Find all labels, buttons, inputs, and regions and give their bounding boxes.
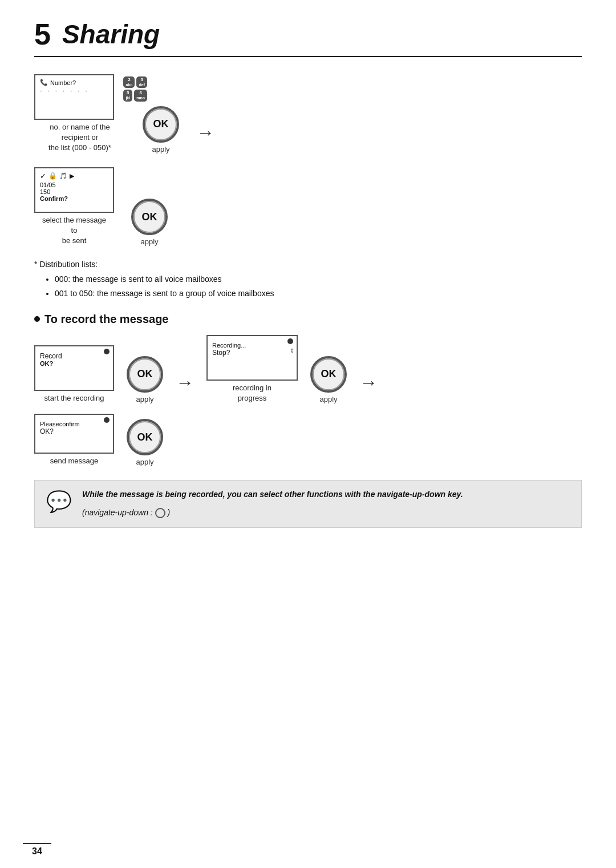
step1-ok: OK apply [143,106,179,154]
record-caption1: start the recording [44,393,104,403]
lock-icon: 🔒 [48,172,57,180]
step1-ok-circle: OK [143,106,179,143]
keypad-2abc: 2abc [123,76,135,88]
note-text: While the message is being recorded, you… [82,490,463,518]
record-screen5: Pleaseconfirm OK? [34,414,114,454]
step2-number: 150 [40,188,108,195]
record-caption3: recording in progress [218,383,286,403]
distribution-item-0: 000: the message is sent to all voice ma… [55,272,582,286]
record-ok2: OK apply [310,356,347,403]
step1-row: 📞 Number? · · · · · · · 2abc 3def 5jkl [34,74,582,154]
page-footer-number: 34 [32,846,42,856]
up-down-icon: ⇕ [290,348,294,354]
record-ok-label-text1: apply [136,395,153,403]
step2-ok: OK apply [131,199,168,246]
record-ok-text5: OK? [40,427,108,435]
step2-ok-circle: OK [131,199,168,235]
record-indicator1 [104,349,110,354]
record-arrow2: → [359,372,378,393]
step1-section: 📞 Number? · · · · · · · 2abc 3def 5jkl [34,74,582,154]
record-ok-label-text2: apply [319,395,337,403]
record-label5: Pleaseconfirm [40,421,108,427]
record-ok1: OK apply [127,356,163,403]
record-indicator3 [287,338,293,344]
arrow-right-icon: ▶ [70,172,74,180]
step2-row: ✓ 🔒 🎵 ▶ 01/05 150 Confirm? select the me… [34,167,582,247]
note-speech-icon: 💬 [46,490,72,514]
step1-dots: · · · · · · · [40,86,108,95]
page-title: Sharing [62,19,160,50]
check-icon: ✓ [40,172,46,180]
record-caption5: send message [50,456,99,466]
step2-icon-row: ✓ 🔒 🎵 ▶ [40,172,108,180]
step1-arrow: → [196,122,214,143]
note-bold-text: While the message is being recorded, you… [82,490,463,499]
record-step1: Record OK? start the recording [34,345,114,403]
record-section: To record the message Record OK? start t… [34,313,582,467]
step1-caption: no. or name of the recipient or the list… [46,122,114,154]
record-steps-row1: Record OK? start the recording OK apply … [34,335,582,403]
step1-number-label: Number? [50,79,76,86]
record-arrow1: → [176,372,194,393]
page-footer: 34 [23,843,51,857]
record-screen1: Record OK? [34,345,114,391]
record-indicator5 [104,417,110,423]
keypad-6mno: 6mno [134,90,147,101]
step2-confirm-label: Confirm? [40,195,108,202]
navigate-label: navigate-up-down : [85,508,155,517]
nav-circle-icon [155,508,165,518]
page-header: 5 Sharing [34,17,582,57]
distribution-title: * Distribution lists: [34,260,582,269]
note-formula: (navigate-up-down : ) [82,508,170,517]
record-steps-row2: Pleaseconfirm OK? send message OK apply [34,414,582,466]
record-stop-label: Stop? [212,349,292,357]
step1-screen: 📞 Number? · · · · · · · [34,74,114,120]
record-label3: Recording... [212,342,292,349]
record-ok-label-text3: apply [136,458,153,466]
record-label1: Record [40,352,108,360]
phone-icon: 📞 [40,79,48,86]
record-screen3: Recording... Stop? ⇕ [206,335,298,381]
record-step3: Recording... Stop? ⇕ recording in progre… [206,335,298,403]
step1-screen-item: 📞 Number? · · · · · · · 2abc 3def 5jkl [34,74,125,154]
record-ok-circle2: OK [310,356,347,393]
record-step5: Pleaseconfirm OK? send message [34,414,114,466]
step2-screen: ✓ 🔒 🎵 ▶ 01/05 150 Confirm? [34,167,114,213]
keypad-5jkl: 5jkl [123,90,132,101]
distribution-list: 000: the message is sent to all voice ma… [34,272,582,301]
record-ok3: OK apply [127,419,163,466]
step1-ok-label: apply [152,145,169,154]
record-section-title: To record the message [34,313,582,326]
step2-screen-item: ✓ 🔒 🎵 ▶ 01/05 150 Confirm? select the me… [34,167,114,247]
page-number: 5 [34,17,51,51]
record-ok-label1: OK? [40,360,108,367]
distribution-section: * Distribution lists: 000: the message i… [34,260,582,301]
bullet-icon [34,316,40,322]
step2-ok-label: apply [140,237,158,246]
step2-section: ✓ 🔒 🎵 ▶ 01/05 150 Confirm? select the me… [34,167,582,247]
record-ok-circle3: OK [127,419,163,455]
keypad-3def: 3def [136,76,147,88]
step2-date: 01/05 [40,181,108,188]
step2-caption: select the message to be sent [40,215,108,247]
note-box: 💬 While the message is being recorded, y… [34,480,582,528]
forward-icon: 🎵 [59,172,67,180]
record-ok-circle1: OK [127,356,163,393]
distribution-item-1: 001 to 050: the message is sent to a gro… [55,286,582,301]
